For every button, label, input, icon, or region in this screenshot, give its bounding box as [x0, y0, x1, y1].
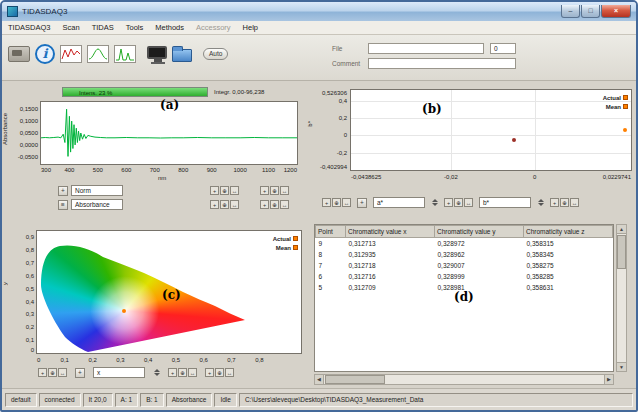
x-tick-label: 700 [150, 167, 160, 173]
menu-tools[interactable]: Tools [120, 23, 150, 32]
b-axis-spinner[interactable] [538, 199, 544, 206]
a-axis-spinner[interactable] [432, 199, 438, 206]
scroll-left-icon[interactable]: ◀ [315, 375, 324, 384]
crosshair-tool-icon[interactable]: + [168, 368, 177, 377]
minimize-button[interactable]: – [561, 5, 580, 18]
scroll-down-icon[interactable]: ▼ [617, 362, 626, 371]
device-icon[interactable] [8, 46, 30, 62]
kinetics-chart-icon[interactable] [87, 45, 109, 63]
menu-methods[interactable]: Methods [149, 23, 190, 32]
crosshair-tool-icon[interactable]: + [210, 186, 219, 195]
y-tick-label: 0,7 [26, 260, 34, 266]
table-row[interactable]: 80,3129350,3289620,358345 [316, 249, 613, 260]
x-tick-label: 0,3 [116, 357, 124, 363]
display-mode-field[interactable]: Absorbance [71, 199, 123, 210]
maximize-button[interactable]: □ [581, 5, 600, 18]
crosshair-tool-icon[interactable]: + [444, 198, 453, 207]
info-icon[interactable]: i [35, 44, 55, 64]
y-tick-label: -0,0500 [18, 154, 38, 160]
x-tick-label: 0 [533, 174, 536, 180]
spectrum-chart-icon[interactable] [60, 45, 82, 63]
x-axis-spinner[interactable] [154, 369, 160, 376]
pan-tool-icon[interactable]: ↔ [280, 186, 289, 195]
crosshair-tool-icon[interactable]: + [205, 368, 214, 377]
table-row[interactable]: 60,3127160,3289990,358285 [316, 271, 613, 282]
column-header-x[interactable]: Chromaticity value x [346, 226, 435, 238]
vertical-scrollbar[interactable]: ▲ ▼ [616, 224, 627, 372]
a-axis-field[interactable]: a* [373, 197, 425, 208]
chromaticity-panel: y 00,10,20,30,40,50,60,70,80,9 Actual Me… [2, 220, 310, 388]
pan-tool-icon[interactable]: ↔ [342, 198, 351, 207]
crosshair-tool-icon[interactable]: + [260, 186, 269, 195]
grid-line [535, 90, 536, 170]
zoom-tool-icon[interactable]: ⊕ [48, 368, 57, 377]
scroll-up-icon[interactable]: ▲ [617, 225, 626, 234]
pan-tool-icon[interactable]: ↔ [280, 200, 289, 209]
zoom-tool-icon[interactable]: ⊕ [178, 368, 187, 377]
comment-input[interactable] [368, 58, 516, 69]
zoom-tool-icon[interactable]: ⊕ [220, 186, 229, 195]
lab-scatter-plot[interactable]: Actual Mean [350, 89, 632, 171]
column-header-y[interactable]: Chromaticity value y [435, 226, 524, 238]
crosshair-tool-icon[interactable]: + [550, 198, 559, 207]
menu-tidasdaq3[interactable]: TIDASDAQ3 [2, 23, 57, 32]
zoom-tool-icon[interactable]: ⊕ [454, 198, 463, 207]
mode-lock-button[interactable]: ≡ [58, 200, 68, 210]
crosshair-tool-icon[interactable]: + [210, 200, 219, 209]
crosshair-tool-icon[interactable]: + [38, 368, 47, 377]
grid-line [351, 118, 631, 119]
pan-tool-icon[interactable]: ↔ [230, 186, 239, 195]
x-axis-field[interactable]: x [93, 367, 145, 378]
pan-tool-icon[interactable]: ↔ [464, 198, 473, 207]
chromaticity-table-panel: Point Chromaticity value x Chromaticity … [310, 220, 638, 388]
close-button[interactable]: × [601, 5, 631, 18]
app-icon [7, 6, 18, 17]
table-cell: 0,312935 [346, 249, 435, 260]
pan-tool-icon[interactable]: ↔ [188, 368, 197, 377]
horizontal-scrollbar[interactable]: ◀ ▶ [314, 374, 614, 385]
window-title: TIDASDAQ3 [22, 7, 67, 16]
folder-icon[interactable] [172, 46, 192, 62]
scroll-right-icon[interactable]: ▶ [604, 375, 613, 384]
monitor-icon[interactable] [147, 50, 167, 59]
x-tick-label: 0,1 [61, 357, 69, 363]
menu-scan[interactable]: Scan [57, 23, 86, 32]
b-axis-field[interactable]: b* [479, 197, 531, 208]
file-input[interactable] [368, 43, 484, 54]
data-point-actual [623, 128, 627, 132]
zoom-tool-icon[interactable]: ⊕ [332, 198, 341, 207]
column-header-z[interactable]: Chromaticity value z [524, 226, 613, 238]
pan-tool-icon[interactable]: ↔ [225, 368, 234, 377]
auto-button[interactable]: Auto [203, 48, 228, 60]
graph-tools-palette: +⊕↔ [168, 368, 197, 377]
horizontal-scroll-thumb[interactable] [325, 375, 385, 384]
vertical-scroll-thumb[interactable] [617, 235, 626, 269]
column-header-point[interactable]: Point [316, 226, 346, 238]
titlebar[interactable]: TIDASDAQ3 – □ × [2, 2, 636, 21]
table-row[interactable]: 90,3127130,3289720,358315 [316, 238, 613, 249]
zoom-tool-icon[interactable]: ⊕ [560, 198, 569, 207]
norm-lock-button[interactable]: + [58, 186, 68, 196]
pan-tool-icon[interactable]: ↔ [570, 198, 579, 207]
zoom-tool-icon[interactable]: ⊕ [220, 200, 229, 209]
zoom-tool-icon[interactable]: ⊕ [270, 200, 279, 209]
a-axis-lock-button[interactable]: + [357, 198, 367, 208]
zoom-tool-icon[interactable]: ⊕ [270, 186, 279, 195]
file-counter[interactable]: 0 [490, 43, 516, 54]
menu-help[interactable]: Help [237, 23, 264, 32]
crosshair-tool-icon[interactable]: + [260, 200, 269, 209]
pan-tool-icon[interactable]: ↔ [58, 368, 67, 377]
peaks-chart-icon[interactable] [114, 45, 136, 63]
norm-field[interactable]: Norm [71, 185, 123, 196]
zoom-tool-icon[interactable]: ⊕ [215, 368, 224, 377]
legend-mean-label: Mean [606, 104, 621, 110]
table-row[interactable]: 70,3127180,3290070,358275 [316, 260, 613, 271]
annotation-b: (b) [422, 102, 442, 116]
pan-tool-icon[interactable]: ↔ [230, 200, 239, 209]
table-cell: 0,358275 [524, 260, 613, 271]
crosshair-tool-icon[interactable]: + [322, 198, 331, 207]
x-axis-lock-button[interactable]: + [75, 368, 85, 378]
x-tick-label: 400 [64, 167, 74, 173]
menu-tidas[interactable]: TIDAS [86, 23, 120, 32]
legend-actual-label: Actual [273, 236, 291, 242]
